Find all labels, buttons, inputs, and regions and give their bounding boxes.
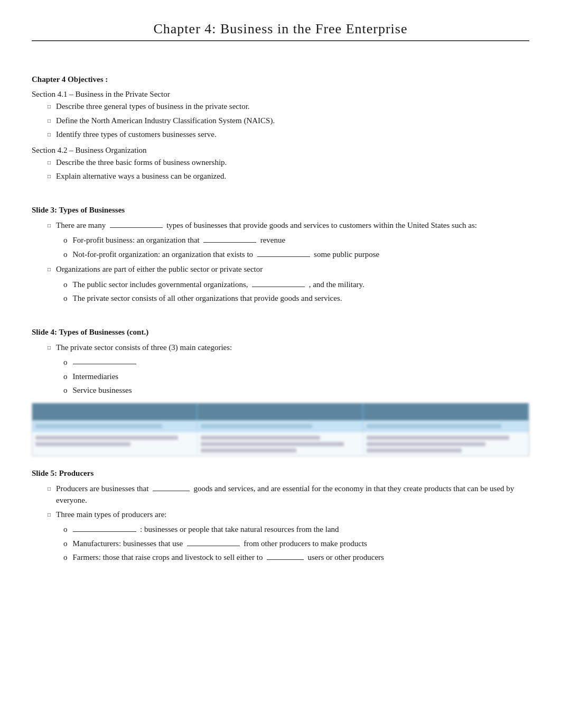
objectives-header: Chapter 4 Objectives : <box>32 73 529 86</box>
table-header-cell-1 <box>32 403 198 420</box>
slide5-header: Slide 5: Producers <box>32 467 529 480</box>
blank-sub2 <box>257 249 310 257</box>
section42-label: Section 4.2 – Business Organization <box>32 144 529 156</box>
blank-final <box>267 552 304 560</box>
slide3-sub-bullets-1: For-profit business: an organization tha… <box>63 234 529 260</box>
table-subheader-row <box>32 420 529 432</box>
table-header-row <box>32 403 529 420</box>
table-subheader-cell-3 <box>363 420 529 432</box>
list-item: : businesses or people that take natural… <box>63 523 529 536</box>
section41-bullets: Describe three general types of business… <box>48 100 529 141</box>
list-item: Define the North American Industry Class… <box>48 115 529 127</box>
blank-materials <box>187 538 240 546</box>
cell-text <box>201 442 343 446</box>
table-row <box>32 432 529 456</box>
section41-label: Section 4.1 – Business in the Private Se… <box>32 88 529 100</box>
blank-sub3 <box>252 279 305 287</box>
list-item: The public sector includes governmental … <box>63 279 529 291</box>
slide4-bullets: The private sector consists of three (3)… <box>48 342 529 354</box>
cell-text <box>35 442 130 446</box>
cell-text <box>201 436 320 440</box>
page-title: Chapter 4: Business in the Free Enterpri… <box>32 21 529 41</box>
list-item: The private sector consists of all other… <box>63 292 529 305</box>
cell-text <box>35 436 178 440</box>
list-item: There are many types of businesses that … <box>48 219 529 232</box>
table-cell <box>363 432 529 456</box>
slide5-sub-bullets: : businesses or people that take natural… <box>63 523 529 564</box>
cell-text <box>367 448 462 453</box>
blank-produce <box>153 483 190 491</box>
list-item: For-profit business: an organization tha… <box>63 234 529 246</box>
list-item: Three main types of producers are: <box>48 509 529 521</box>
list-item: Intermediaries <box>63 371 529 383</box>
list-item: Farmers: those that raise crops and live… <box>63 551 529 564</box>
cell-text <box>367 442 485 446</box>
section42-bullets: Describe the three basic forms of busine… <box>48 156 529 182</box>
list-item: Explain alternative ways a business can … <box>48 170 529 182</box>
slide5-bullets: Producers are businesses that goods and … <box>48 483 529 521</box>
list-item: The private sector consists of three (3)… <box>48 342 529 354</box>
list-item: Not-for-profit organization: an organiza… <box>63 248 529 261</box>
slide-table <box>32 403 529 456</box>
slide3-sub-bullets-2: The public sector includes governmental … <box>63 279 529 305</box>
slide3-main-bullets-2: Organizations are part of either the pub… <box>48 263 529 275</box>
table-subheader-cell-1 <box>32 420 198 432</box>
list-item: Manufacturers: businesses that use from … <box>63 538 529 550</box>
list-item: Identify three types of customers busine… <box>48 128 529 141</box>
list-item: Producers are businesses that goods and … <box>48 483 529 506</box>
cell-text <box>367 436 509 440</box>
blank-producers <box>73 356 136 364</box>
slide4-header: Slide 4: Types of Businesses (cont.) <box>32 326 529 338</box>
list-item: Describe three general types of business… <box>48 100 529 113</box>
blank-sub1 <box>203 235 256 243</box>
table-subheader-cell-2 <box>198 420 363 432</box>
cell-text <box>201 448 296 453</box>
slide3-header: Slide 3: Types of Businesses <box>32 204 529 216</box>
list-item: Describe the three basic forms of busine… <box>48 156 529 169</box>
list-item: Organizations are part of either the pub… <box>48 263 529 275</box>
list-item <box>63 356 529 368</box>
table-header-cell-3 <box>363 403 529 420</box>
blank-1 <box>110 220 163 228</box>
table-header-cell-2 <box>198 403 363 420</box>
slide3-main-bullets: There are many types of businesses that … <box>48 219 529 232</box>
table-cell <box>198 432 363 456</box>
slide4-sub-bullets: Intermediaries Service businesses <box>63 356 529 397</box>
content-area: Chapter 4 Objectives : Section 4.1 – Bus… <box>32 57 529 564</box>
list-item: Service businesses <box>63 384 529 397</box>
blank-extractors <box>73 524 136 532</box>
table-cell <box>32 432 198 456</box>
